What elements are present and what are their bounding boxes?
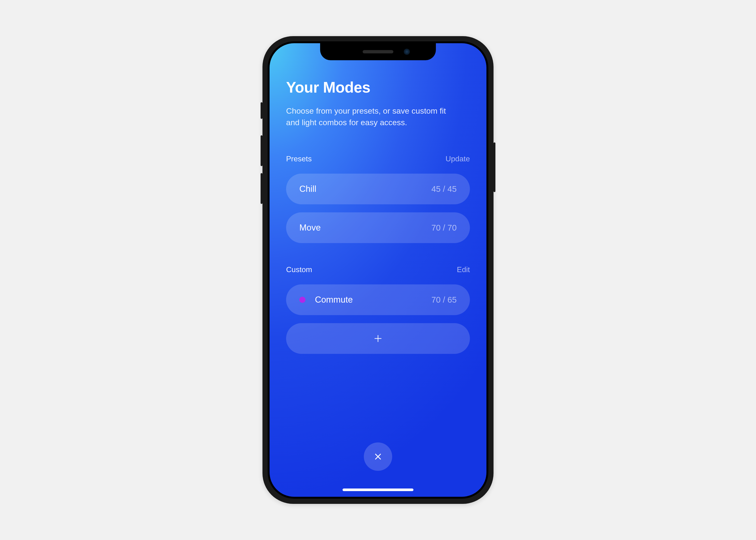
preset-item-chill[interactable]: Chill 45 / 45 — [286, 174, 470, 204]
presets-update-button[interactable]: Update — [445, 155, 470, 163]
preset-item-label: Move — [299, 223, 320, 233]
screen: Your Modes Choose from your presets, or … — [270, 43, 486, 497]
power-button — [493, 142, 495, 192]
preset-item-label: Chill — [299, 184, 316, 194]
phone-inner-frame: Your Modes Choose from your presets, or … — [268, 41, 488, 499]
custom-label: Custom — [286, 265, 312, 274]
preset-item-value: 70 / 70 — [432, 223, 457, 232]
preset-item-move[interactable]: Move 70 / 70 — [286, 212, 470, 243]
page-subtitle: Choose from your presets, or save custom… — [286, 105, 447, 128]
plus-icon — [373, 334, 383, 343]
volume-up-button — [261, 135, 263, 166]
custom-item-value: 70 / 65 — [432, 295, 457, 305]
presets-section-header: Presets Update — [286, 155, 470, 163]
mute-switch — [261, 102, 263, 119]
custom-item-label: Commute — [315, 295, 353, 305]
add-custom-button[interactable] — [286, 323, 470, 354]
notch-speaker — [363, 50, 393, 54]
preset-item-value: 45 / 45 — [432, 184, 457, 194]
custom-edit-button[interactable]: Edit — [457, 265, 470, 274]
content-area: Your Modes Choose from your presets, or … — [270, 43, 486, 497]
close-icon — [374, 452, 382, 461]
notch-camera — [404, 49, 410, 55]
page-title: Your Modes — [286, 79, 470, 96]
presets-label: Presets — [286, 155, 312, 163]
color-dot-icon — [299, 297, 306, 303]
volume-down-button — [261, 173, 263, 204]
notch — [320, 43, 436, 60]
custom-section-header: Custom Edit — [286, 265, 470, 274]
custom-item-commute[interactable]: Commute 70 / 65 — [286, 284, 470, 315]
home-indicator[interactable] — [342, 488, 414, 491]
phone-frame: Your Modes Choose from your presets, or … — [263, 36, 493, 504]
close-button[interactable] — [364, 443, 392, 471]
